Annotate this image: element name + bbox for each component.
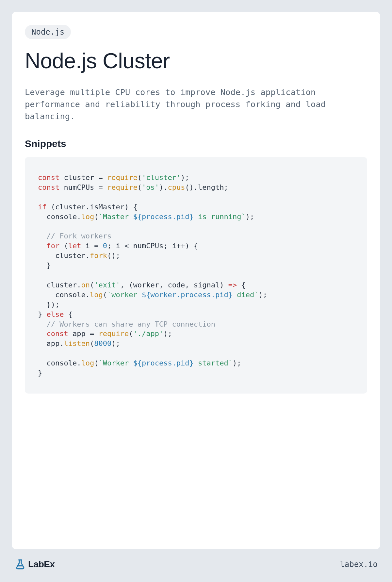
page-title: Node.js Cluster [25, 48, 367, 73]
content-card: Node.js Node.js Cluster Leverage multipl… [12, 12, 380, 549]
page-description: Leverage multiple CPU cores to improve N… [25, 86, 367, 122]
brand-name: LabEx [28, 559, 55, 570]
flask-icon [14, 558, 26, 570]
page-footer: LabEx labex.io [12, 549, 380, 570]
code-snippet-block: const cluster = require('cluster'); cons… [25, 157, 367, 394]
brand-logo[interactable]: LabEx [14, 558, 55, 570]
code-content[interactable]: const cluster = require('cluster'); cons… [38, 173, 354, 378]
brand-url[interactable]: labex.io [340, 560, 378, 569]
snippets-heading: Snippets [25, 138, 367, 149]
technology-tag: Node.js [25, 25, 71, 39]
